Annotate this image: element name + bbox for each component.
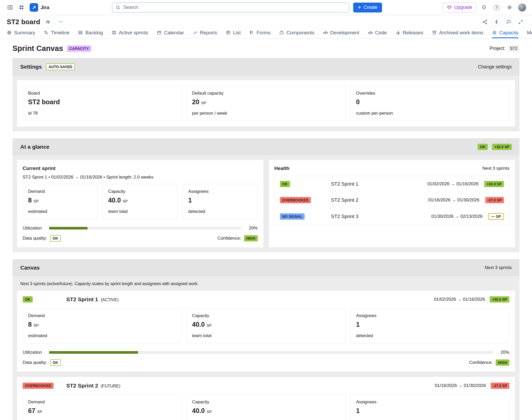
code-brackets-icon: </> <box>323 30 328 35</box>
sprint-phase: (FUTURE) <box>101 384 121 389</box>
timeline-icon <box>44 30 49 35</box>
share-button[interactable] <box>480 17 489 27</box>
stat-note: estimated <box>28 333 176 338</box>
code-brackets-icon: </> <box>368 30 373 35</box>
sidebar-toggle-button[interactable] <box>5 2 15 13</box>
current-sprint-heading: Current sprint <box>23 166 258 171</box>
tab-backlog[interactable]: Backlog <box>78 27 103 38</box>
fullscreen-button[interactable] <box>516 17 525 27</box>
glance-header: At a glance OK +32.0 SP <box>12 138 520 155</box>
sprint-dates: 01/02/2026 → 01/16/2026 <box>434 297 485 302</box>
status-badge: OVERBOOKED <box>23 383 54 389</box>
app-name: Jira <box>41 5 49 10</box>
capacity-box: Capacity 40.0SP team total <box>187 395 345 420</box>
current-sprint-subtitle: ST2 Sprint 1 • 01/02/2026 → 01/16/2026 •… <box>23 175 258 180</box>
components-icon <box>279 30 284 35</box>
health-card: Health Next 3 sprints OK ST2 Sprint 1 01… <box>268 160 516 248</box>
utilization-row: Utilization 20% <box>23 226 258 231</box>
glance-delta-badge: +32.0 SP <box>492 144 512 150</box>
sp-badge: — SP <box>488 213 504 220</box>
sprint-card-1: OK ST2 Sprint 1(ACTIVE) 01/02/2026 → 01/… <box>17 290 515 372</box>
utilization-fill <box>49 351 138 354</box>
stat-label: Board <box>28 91 176 96</box>
stat-label: Overrides <box>356 91 504 96</box>
stat-value: 20 <box>192 98 199 106</box>
utilization-percent: 20% <box>501 350 509 355</box>
stat-value: 40.0 <box>192 321 205 328</box>
board-title: ST2 board <box>7 18 40 26</box>
tab-more[interactable]: More4 <box>527 27 532 38</box>
demand-box: Demand 8SP estimated <box>23 308 181 343</box>
auto-saved-badge: AUTO-SAVED <box>46 63 75 70</box>
feedback-button[interactable] <box>504 17 513 27</box>
utilization-row: Utilization 20% <box>23 350 509 355</box>
tab-list[interactable]: List <box>226 27 241 38</box>
tab-label: Code <box>375 30 387 36</box>
tab-components[interactable]: Components <box>279 27 314 38</box>
capacity-target-icon <box>492 30 497 35</box>
app-grid-icon <box>19 5 24 10</box>
tab-timeline[interactable]: Timeline <box>44 27 69 38</box>
tab-releases[interactable]: Releases <box>396 27 423 38</box>
stat-label: Capacity <box>108 189 172 194</box>
board-members-button[interactable] <box>43 17 53 27</box>
capacity-box: Capacity 40.0SP team total <box>187 308 345 343</box>
stat-note: team total <box>192 333 340 338</box>
assignees-box: Assignees 1 detected <box>351 308 509 343</box>
settings-button[interactable] <box>504 2 515 13</box>
stat-label: Capacity <box>192 399 340 405</box>
status-badge: NO SIGNAL <box>280 213 305 220</box>
health-row[interactable]: OVERBOOKED ST2 Sprint 2 01/16/2026 → 01/… <box>275 192 509 208</box>
tab-capacity[interactable]: Capacity <box>492 27 518 38</box>
stat-unit: SP <box>207 323 212 327</box>
topbar-right: Upgrade ? <box>443 2 527 13</box>
tab-archived-work-items[interactable]: Archived work items <box>432 27 483 38</box>
create-label: Create <box>364 5 378 10</box>
data-quality-label: Data quality: <box>23 236 47 241</box>
expand-icon <box>518 19 523 25</box>
board-more-button[interactable] <box>56 17 65 27</box>
tab-label: Summary <box>14 30 35 36</box>
tab-label: Development <box>330 30 359 36</box>
tab-label: Capacity <box>499 30 518 36</box>
tab-forms[interactable]: Forms <box>249 27 271 38</box>
tab-label: Backlog <box>85 30 103 36</box>
stat-unit: SP <box>201 101 206 105</box>
create-button[interactable]: + Create <box>353 3 382 12</box>
tab-code[interactable]: </>Code <box>368 27 387 38</box>
profile-button[interactable] <box>517 2 527 13</box>
archive-box-icon <box>432 30 437 35</box>
stat-note: per person / week <box>192 111 340 116</box>
jira-home-link[interactable]: ↗ Jira <box>28 3 51 12</box>
health-row[interactable]: NO SIGNAL ST2 Sprint 3 01/30/2026 → 02/1… <box>275 208 509 225</box>
canvas-section: Canvas Next 3 sprints Next 3 sprints (ac… <box>12 259 520 420</box>
sprint-name: ST2 Sprint 3 <box>331 214 426 219</box>
upgrade-label: Upgrade <box>454 5 472 10</box>
utilization-label: Utilization <box>23 226 42 231</box>
app-switcher-button[interactable] <box>16 2 27 13</box>
search-input[interactable] <box>123 5 346 10</box>
gem-icon <box>447 5 452 10</box>
sprint-name: ST2 Sprint 1 <box>331 181 422 187</box>
tab-development[interactable]: </>Development <box>323 27 359 38</box>
data-quality-badge: OK <box>50 235 61 242</box>
board-setting-box: Board ST2 board id 78 <box>23 86 181 121</box>
search-box[interactable] <box>112 3 349 12</box>
automation-button[interactable] <box>492 17 501 27</box>
notifications-button[interactable] <box>479 2 489 13</box>
health-row[interactable]: OK ST2 Sprint 1 01/02/2026 → 01/16/2026 … <box>275 176 509 192</box>
tab-active-sprints[interactable]: Active sprints <box>111 27 148 38</box>
tab-reports[interactable]: Reports <box>193 27 217 38</box>
canvas-heading: Canvas <box>20 265 40 271</box>
tab-summary[interactable]: Summary <box>7 27 35 38</box>
data-quality-row: Data quality: OK Confidence: HIGH <box>23 235 258 242</box>
tab-calendar[interactable]: Calendar <box>157 27 184 38</box>
confidence-label: Confidence: <box>469 360 493 365</box>
help-button[interactable]: ? <box>491 2 502 13</box>
data-quality-row: Data quality: OK Confidence: HIGH <box>23 359 509 366</box>
health-subheading: Next 3 sprints <box>482 166 509 171</box>
change-settings-link[interactable]: Change settings <box>478 64 512 70</box>
board-header: ST2 board <box>0 15 532 27</box>
stat-label: Demand <box>28 399 176 405</box>
upgrade-button[interactable]: Upgrade <box>443 3 476 12</box>
